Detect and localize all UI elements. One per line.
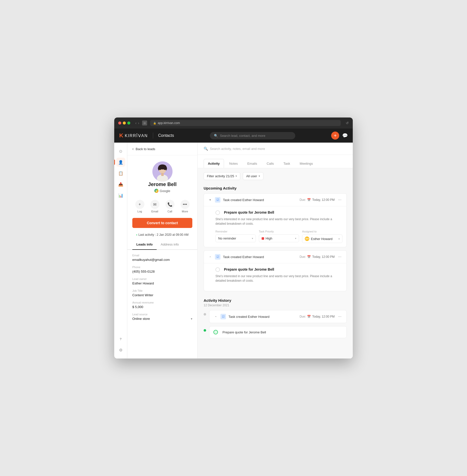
tab-notes[interactable]: Notes <box>225 159 242 168</box>
search-icon-small: 🔍 <box>204 147 208 151</box>
sidebar-item-inbox[interactable]: 📥 <box>116 180 125 189</box>
activity-tabs: Activity Notes Emails Calls Task Meeting… <box>198 155 353 168</box>
tab-task[interactable]: Task <box>279 159 295 168</box>
due-info-1: Due: 📅 Today, 12:00 PM <box>300 198 335 202</box>
back-button[interactable]: ‹ <box>135 121 137 125</box>
sidebar-item-reports[interactable]: 📊 <box>116 191 125 200</box>
history-due-label-1: Due: <box>300 315 306 318</box>
search-icon: 🔍 <box>214 134 218 138</box>
check-circle-1[interactable] <box>215 210 220 215</box>
traffic-light-yellow[interactable] <box>123 122 126 125</box>
more-action[interactable]: ••• More <box>181 200 190 213</box>
inbox-icon: 📥 <box>118 182 123 187</box>
history-due-info-1: Due: 📅 Today, 12:00 PM <box>300 315 335 318</box>
more-button-1[interactable]: ··· <box>337 198 342 202</box>
tab-address-info[interactable]: Address info <box>157 240 183 250</box>
task-name-1: Prepare quote for Jerome Bell <box>224 210 274 214</box>
traffic-light-green[interactable] <box>127 122 130 125</box>
log-icon: + <box>135 200 144 209</box>
assigned-value[interactable]: EH Esther Howard ▾ <box>302 234 342 243</box>
check-circle-2[interactable] <box>215 267 220 272</box>
traffic-light-red[interactable] <box>118 122 121 125</box>
sidebar-item-documents[interactable]: 📋 <box>116 169 125 178</box>
priority-dot-icon <box>262 237 264 240</box>
activity-search-placeholder: Search activity, notes, email and more <box>210 147 265 151</box>
more-button-2[interactable]: ··· <box>337 255 342 259</box>
header-search-box[interactable]: 🔍 Search lead, contact, and more <box>210 132 295 139</box>
chat-button[interactable]: 💬 <box>342 133 348 138</box>
job-title-label: Job Title <box>132 289 192 292</box>
source-label: Google <box>160 189 170 193</box>
lead-source-value[interactable]: Online store ▾ <box>132 317 192 321</box>
activity-card-1-body: Prepare quote for Jerome Bell She's inte… <box>204 206 346 247</box>
sidebar-toggle[interactable]: ⊟ <box>142 121 147 126</box>
tab-leads-info[interactable]: Leads info <box>132 240 157 250</box>
activity-card-2: › ☑ Task created Esther Howard Due: 📅 To… <box>204 250 347 291</box>
call-action[interactable]: 📞 Call <box>165 200 174 213</box>
sidebar-item-help[interactable]: ? <box>116 334 125 343</box>
annual-revenue-label: Annual revenuew <box>132 301 192 304</box>
sidebar-item-home[interactable]: ⊙ <box>116 147 125 156</box>
tab-activity[interactable]: Activity <box>204 159 224 168</box>
collapse-button-1[interactable]: ▾ <box>208 198 212 202</box>
email-value[interactable]: emailkuyahut@gmail.com <box>132 258 192 262</box>
lead-owner-value[interactable]: Esther Howard <box>132 281 192 285</box>
chevron-down-icon: ▾ <box>191 317 192 321</box>
phone-label: Phone <box>132 266 192 269</box>
reminder-label: Reminder <box>215 230 256 233</box>
history-more-button-1[interactable]: ··· <box>337 314 342 319</box>
lead-owner-label: Lead owner <box>132 277 192 280</box>
phone-value[interactable]: (405) 555-0128 <box>132 270 192 273</box>
avatar-svg <box>152 161 172 182</box>
reminder-field: Reminder No reminder ▾ <box>215 230 256 243</box>
sidebar-item-contacts[interactable]: 👤 <box>116 158 125 167</box>
history-card-2: Prepare quote for Jerome Bell <box>209 326 347 338</box>
tab-meetings[interactable]: Meetings <box>296 159 317 168</box>
lead-info: Email emailkuyahut@gmail.com Phone (405)… <box>127 250 197 329</box>
back-to-leads[interactable]: ‹ Back to leads <box>127 143 197 155</box>
email-label: Email <box>132 254 192 257</box>
svg-point-5 <box>163 166 167 170</box>
app-body: ⊙ 👤 📋 📥 📊 ? ⚙ ‹ <box>114 143 353 359</box>
url-text: app.kirrivan.com <box>158 121 180 125</box>
more-label: More <box>182 210 188 213</box>
activity-text: Last activity : 2 Jan 2020 at 09:00 AM <box>138 233 188 236</box>
back-label: Back to leads <box>136 147 155 151</box>
filter-activity-dropdown[interactable]: Filter activity 21/25 ▾ <box>204 172 240 180</box>
assignee-text: Esther Howard <box>311 237 332 241</box>
history-dot-1 <box>204 313 206 316</box>
check-circle-hist-2[interactable] <box>213 330 218 334</box>
all-user-label: All user <box>246 174 257 178</box>
all-user-dropdown[interactable]: All user ▾ <box>243 172 263 180</box>
address-bar[interactable]: 🔒 app.kirrivan.com <box>150 120 341 126</box>
reload-button[interactable]: ↺ <box>346 121 349 125</box>
email-action[interactable]: ✉ Email <box>150 200 159 213</box>
sidebar-item-settings[interactable]: ⚙ <box>116 345 125 354</box>
log-action[interactable]: + Log <box>135 200 144 213</box>
annual-revenue-value[interactable]: $ 5,000 <box>132 305 192 309</box>
logo: K KIRRÎⅤAN <box>119 132 148 139</box>
history-card-2-header: Prepare quote for Jerome Bell <box>209 326 346 338</box>
tab-calls[interactable]: Calls <box>262 159 278 168</box>
card-1-title: Task created Esther Howard <box>223 198 297 202</box>
filter-activity-chevron-icon: ▾ <box>236 174 237 178</box>
expand-history-1[interactable]: › <box>213 314 218 319</box>
home-icon: ⊙ <box>119 149 122 154</box>
convert-to-contact-button[interactable]: Convert to contact <box>132 218 192 228</box>
expand-button-2[interactable]: › <box>208 255 212 259</box>
history-card-1-title: Task created Esther Howard <box>228 315 297 319</box>
job-title-value[interactable]: Content Writer <box>132 293 192 297</box>
task-desc-2: She's interested in our new product line… <box>215 274 342 283</box>
priority-value[interactable]: High ▾ <box>259 234 299 242</box>
add-button[interactable]: + <box>331 132 339 140</box>
field-email: Email emailkuyahut@gmail.com <box>132 254 192 262</box>
tab-emails[interactable]: Emails <box>243 159 261 168</box>
sidebar-nav: ⊙ 👤 📋 📥 📊 ? ⚙ <box>114 143 127 359</box>
reminder-value[interactable]: No reminder ▾ <box>215 234 256 242</box>
activity-search-bar[interactable]: 🔍 Search activity, notes, email and more <box>198 143 353 155</box>
back-arrow-icon: ‹ <box>132 147 134 151</box>
info-tabs: Leads info Address info <box>127 240 197 250</box>
browser-window: ‹ › ⊟ 🔒 app.kirrivan.com ↺ K KIRRÎⅤAN Co… <box>114 117 353 359</box>
forward-button[interactable]: › <box>138 121 139 125</box>
header-search: 🔍 Search lead, contact, and more <box>179 132 326 139</box>
